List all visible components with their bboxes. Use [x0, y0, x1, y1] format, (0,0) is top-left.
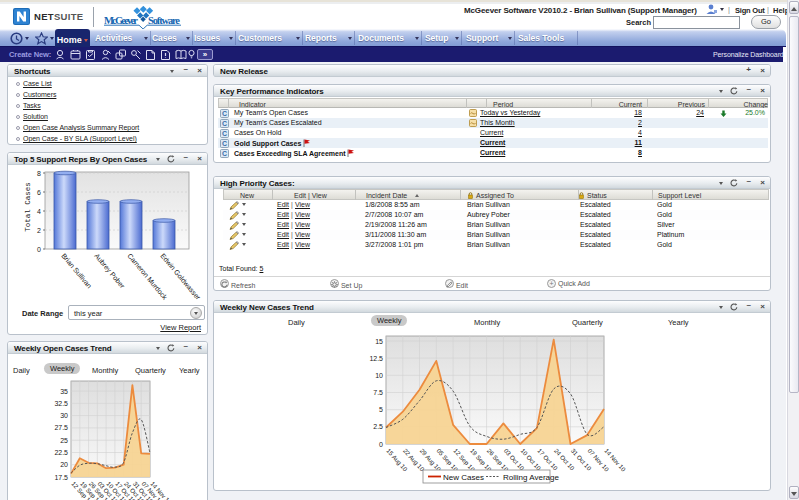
svg-text:5: 5: [379, 406, 383, 413]
svg-text:Total Cases: Total Cases: [24, 182, 32, 232]
svg-text:Aubrey Pober: Aubrey Pober: [92, 252, 126, 290]
svg-text:6: 6: [37, 189, 41, 196]
svg-text:2.5: 2.5: [373, 423, 383, 430]
svg-text:4: 4: [37, 208, 41, 215]
svg-text:7.5: 7.5: [373, 389, 383, 396]
svg-text:Brian Sullivan: Brian Sullivan: [60, 252, 93, 289]
svg-text:New Cases: New Cases: [443, 473, 484, 482]
svg-text:C: C: [222, 120, 227, 127]
svg-text:C: C: [222, 130, 227, 137]
svg-text:C: C: [222, 140, 227, 147]
svg-text:30: 30: [60, 412, 68, 419]
svg-text:15: 15: [375, 338, 383, 345]
svg-text:20: 20: [60, 461, 68, 468]
svg-text:2: 2: [37, 227, 41, 234]
svg-text:C: C: [222, 150, 227, 157]
svg-text:25: 25: [60, 437, 68, 444]
svg-text:17.5: 17.5: [54, 474, 68, 481]
svg-text:27.5: 27.5: [54, 424, 68, 431]
svg-text:0: 0: [379, 441, 383, 448]
svg-text:0: 0: [37, 246, 41, 253]
svg-text:McGeever: McGeever: [104, 15, 138, 26]
svg-text:22.5: 22.5: [54, 449, 68, 456]
svg-text:C: C: [222, 110, 227, 117]
svg-text:Software: Software: [148, 15, 180, 26]
svg-text:8: 8: [37, 170, 41, 177]
svg-text:35: 35: [60, 388, 68, 395]
svg-text:10: 10: [375, 372, 383, 379]
svg-text:32.5: 32.5: [54, 400, 68, 407]
svg-text:12.5: 12.5: [369, 355, 383, 362]
svg-text:Rolling Average: Rolling Average: [503, 473, 559, 482]
